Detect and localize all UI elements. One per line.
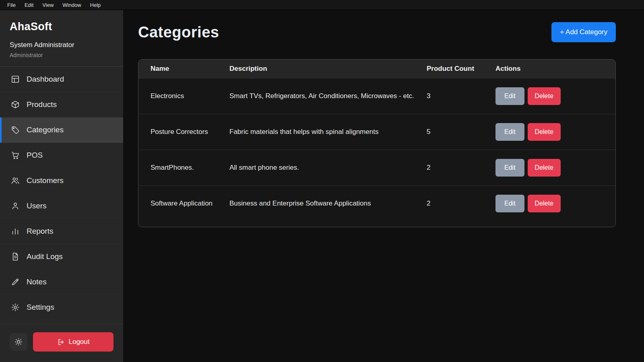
table-row: Electronics Smart TVs, Refrigerators, Ai… [138, 78, 615, 114]
cell-product-count: 3 [427, 78, 495, 114]
column-header-name: Name [138, 60, 229, 78]
app-logo: AhaSoft [10, 21, 114, 33]
gear-icon [11, 303, 20, 312]
tag-icon [11, 125, 20, 134]
people-icon [11, 176, 20, 185]
row-actions: Edit Delete [495, 123, 609, 141]
sidebar-item-pos[interactable]: POS [0, 143, 123, 168]
delete-button[interactable]: Delete [528, 87, 561, 105]
cell-product-count: 2 [427, 186, 495, 222]
sidebar-item-notes[interactable]: Notes [0, 269, 123, 295]
categories-table-card: Name Description Product Count Actions E… [138, 59, 616, 227]
row-actions: Edit Delete [495, 195, 609, 212]
document-icon [11, 252, 20, 261]
sidebar-item-categories[interactable]: Categories [0, 117, 123, 143]
table-header-row: Name Description Product Count Actions [138, 60, 615, 78]
theme-toggle-button[interactable] [10, 333, 27, 351]
sun-icon [14, 338, 23, 346]
edit-button[interactable]: Edit [495, 87, 524, 105]
cell-description: Fabric materials that helps with spinal … [229, 114, 427, 150]
sidebar-item-products[interactable]: Products [0, 92, 123, 117]
cell-product-count: 2 [427, 150, 495, 186]
sidebar-item-label: Products [27, 100, 57, 109]
column-header-description: Description [229, 60, 427, 78]
sidebar-item-label: Users [27, 202, 47, 210]
row-actions: Edit Delete [495, 87, 609, 105]
sidebar-item-label: Audit Logs [27, 252, 63, 261]
menu-file[interactable]: File [3, 1, 20, 9]
sidebar-item-reports[interactable]: Reports [0, 219, 123, 244]
sidebar-item-label: Reports [27, 227, 54, 236]
user-name: System Administrator [10, 41, 114, 49]
main-content: Categories + Add Category Name Descripti… [123, 10, 644, 362]
sidebar-item-label: Dashboard [27, 75, 64, 84]
cell-name: SmartPhones. [138, 150, 229, 186]
add-category-button[interactable]: + Add Category [551, 22, 616, 42]
cell-description: All smart phone series. [229, 150, 427, 186]
sidebar-item-dashboard[interactable]: Dashboard [0, 67, 123, 92]
categories-table: Name Description Product Count Actions E… [138, 60, 615, 221]
table-row: Software Application Business and Enterp… [138, 186, 615, 222]
edit-button[interactable]: Edit [495, 123, 524, 141]
delete-button[interactable]: Delete [528, 123, 561, 141]
column-header-product-count: Product Count [427, 60, 495, 78]
cell-description: Business and Enterprise Software Applica… [229, 186, 427, 222]
cell-name: Software Application [138, 186, 229, 222]
main-header: Categories + Add Category [138, 22, 616, 42]
os-menubar: File Edit View Window Help [0, 0, 644, 10]
sidebar-item-label: Settings [27, 303, 54, 312]
sidebar-item-users[interactable]: Users [0, 193, 123, 219]
menu-window[interactable]: Window [58, 1, 85, 9]
sidebar-item-label: Categories [27, 125, 64, 134]
pencil-icon [11, 278, 20, 286]
cart-icon [11, 151, 20, 160]
logout-icon [57, 338, 65, 346]
cell-name: Posture Correctors [138, 114, 229, 150]
cell-description: Smart TVs, Refrigerators, Air Conditione… [229, 78, 427, 114]
logout-label: Logout [69, 338, 90, 346]
user-role: Administrator [10, 52, 114, 58]
cell-product-count: 5 [427, 114, 495, 150]
person-icon [11, 202, 20, 210]
menu-view[interactable]: View [38, 1, 58, 9]
sidebar-item-label: Notes [27, 278, 47, 286]
sidebar-nav: Dashboard Products Categories POS [0, 67, 123, 324]
edit-button[interactable]: Edit [495, 159, 524, 177]
bar-chart-icon [11, 227, 20, 236]
table-row: SmartPhones. All smart phone series. 2 E… [138, 150, 615, 186]
row-actions: Edit Delete [495, 159, 609, 177]
sidebar-item-audit-logs[interactable]: Audit Logs [0, 244, 123, 269]
delete-button[interactable]: Delete [528, 159, 561, 177]
delete-button[interactable]: Delete [528, 195, 561, 212]
table-row: Posture Correctors Fabric materials that… [138, 114, 615, 150]
cell-name: Electronics [138, 78, 229, 114]
menu-help[interactable]: Help [86, 1, 105, 9]
sidebar-item-settings[interactable]: Settings [0, 295, 123, 320]
sidebar-footer: Logout [0, 324, 123, 362]
edit-button[interactable]: Edit [495, 195, 524, 212]
sidebar-item-customers[interactable]: Customers [0, 168, 123, 193]
sidebar-item-label: POS [27, 151, 43, 160]
sidebar-brand-block: AhaSoft System Administrator Administrat… [0, 10, 123, 66]
sidebar: AhaSoft System Administrator Administrat… [0, 10, 123, 362]
logout-button[interactable]: Logout [33, 332, 114, 352]
column-header-actions: Actions [495, 60, 615, 78]
app-window: AhaSoft System Administrator Administrat… [0, 10, 644, 362]
dashboard-icon [11, 75, 20, 84]
box-icon [11, 100, 20, 109]
page-title: Categories [138, 24, 219, 41]
menu-edit[interactable]: Edit [21, 1, 37, 9]
sidebar-item-label: Customers [27, 176, 64, 185]
